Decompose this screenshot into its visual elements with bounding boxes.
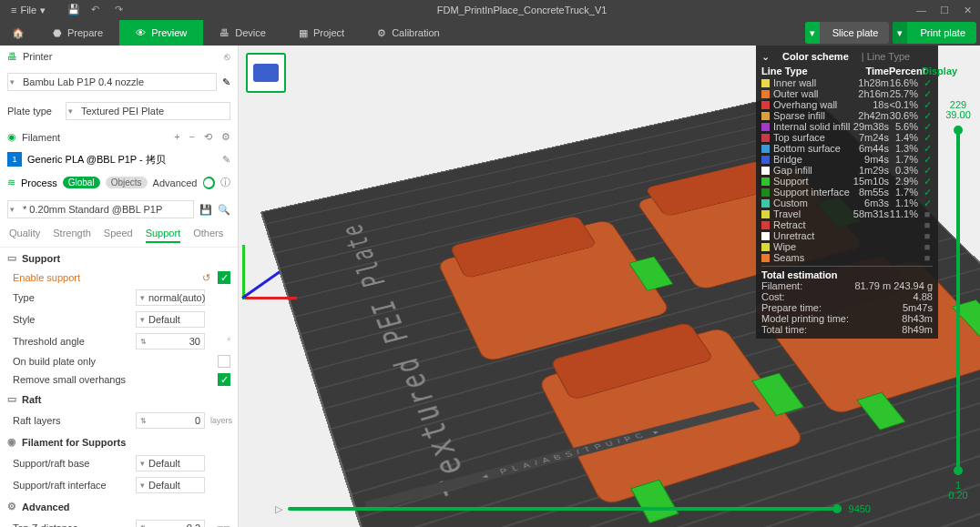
tab-device[interactable]: 🖶 Device bbox=[203, 20, 282, 46]
tab-speed[interactable]: Speed bbox=[104, 228, 133, 243]
objects-pill[interactable]: Objects bbox=[106, 177, 148, 188]
legend-row[interactable]: Internal solid infill29m38s5.6%✓ bbox=[761, 121, 933, 132]
legend-row[interactable]: Wipe■ bbox=[761, 241, 933, 252]
plate-thumbnail[interactable] bbox=[246, 53, 286, 93]
legend-row[interactable]: Overhang wall18s<0.1%✓ bbox=[761, 99, 933, 110]
removesmall-label: Remove small overhangs bbox=[13, 374, 212, 385]
filament-supports-group[interactable]: ◉Filament for Supports bbox=[0, 431, 238, 452]
supbase-label: Support/raft base bbox=[13, 458, 130, 469]
axis-y bbox=[242, 245, 245, 299]
moves-slider[interactable]: ▷ 9450 bbox=[275, 500, 871, 518]
filament-settings-icon[interactable]: ⚙ bbox=[221, 131, 230, 143]
legend-row[interactable]: Sparse infill2h42m30.6%✓ bbox=[761, 110, 933, 121]
tab-support[interactable]: Support bbox=[146, 228, 181, 243]
legend-row[interactable]: Retract■ bbox=[761, 219, 933, 230]
printer-section: 🖶 Printer ⎋ bbox=[0, 46, 238, 67]
save-icon[interactable]: 💾 bbox=[67, 4, 80, 16]
plate-type-select[interactable]: Textured PEI Plate bbox=[66, 102, 230, 120]
slice-plate-button[interactable]: ▾Slice plate bbox=[805, 22, 890, 44]
legend-row[interactable]: Bridge9m4s1.7%✓ bbox=[761, 154, 933, 165]
collapse-icon: ◉ bbox=[7, 436, 16, 448]
compare-icon[interactable]: 🔍 bbox=[218, 204, 230, 216]
tab-quality[interactable]: Quality bbox=[9, 228, 40, 243]
estimation-row: Model printing time:8h43m bbox=[761, 313, 933, 324]
sync-filament-icon[interactable]: ⟲ bbox=[204, 131, 212, 143]
advanced-group[interactable]: ⚙Advanced bbox=[0, 496, 238, 517]
info-icon[interactable]: ⓘ bbox=[220, 176, 230, 189]
style-label: Style bbox=[13, 314, 130, 325]
tab-project[interactable]: ▦ Project bbox=[282, 20, 361, 46]
raft-layers-input[interactable]: 0 bbox=[136, 412, 205, 429]
topz-input[interactable]: 0.2 bbox=[136, 520, 205, 527]
edit-icon[interactable]: ✎ bbox=[222, 76, 230, 88]
enable-support-checkbox[interactable]: ✓ bbox=[218, 271, 230, 284]
topz-label: Top Z distance bbox=[13, 522, 130, 527]
printer-select[interactable]: Bambu Lab P1P 0.4 nozzle bbox=[7, 73, 217, 91]
undo-icon[interactable]: ↶ bbox=[91, 4, 104, 16]
advanced-toggle[interactable] bbox=[203, 177, 216, 189]
print-dropdown-icon[interactable]: ▾ bbox=[893, 22, 907, 44]
supint-label: Support/raft interface bbox=[13, 480, 130, 491]
legend-row[interactable]: Inner wall1h28m16.6%✓ bbox=[761, 77, 933, 88]
total-estimation-head: Total estimation bbox=[761, 269, 933, 280]
minimize-icon[interactable]: — bbox=[916, 5, 927, 15]
3d-viewport[interactable]: Textured PEI Plate ◂ PLA/ABS/TPU/PC ▸ ⌄C… bbox=[239, 46, 980, 527]
filament-icon: ◉ bbox=[7, 131, 16, 143]
file-menu[interactable]: ≡ File ▾ bbox=[5, 3, 51, 18]
window-title: FDM_PrintInPlace_ConcreteTruck_V1 bbox=[128, 5, 916, 15]
legend-row[interactable]: Support15m10s2.9%✓ bbox=[761, 176, 933, 187]
tab-others[interactable]: Others bbox=[193, 228, 223, 243]
collapse-icon: ▭ bbox=[7, 252, 16, 264]
global-pill[interactable]: Global bbox=[63, 177, 100, 188]
home-button[interactable]: 🏠 bbox=[0, 20, 36, 46]
legend-row[interactable]: Support interface8m55s1.7%✓ bbox=[761, 187, 933, 198]
legend-row[interactable]: Seams■ bbox=[761, 252, 933, 263]
maximize-icon[interactable]: ☐ bbox=[940, 5, 951, 15]
style-select[interactable]: Default bbox=[136, 311, 205, 328]
legend-row[interactable]: Travel58m31s11.1%■ bbox=[761, 208, 933, 219]
threshold-input[interactable]: 30 bbox=[136, 333, 205, 350]
add-filament-icon[interactable]: + bbox=[174, 131, 179, 143]
raft-group[interactable]: ▭Raft bbox=[0, 389, 238, 410]
type-select[interactable]: normal(auto) bbox=[136, 289, 205, 306]
threshold-label: Threshold angle bbox=[13, 336, 130, 347]
tab-prepare[interactable]: ⬣ Prepare bbox=[36, 20, 119, 46]
legend-row[interactable]: Outer wall2h16m25.7%✓ bbox=[761, 88, 933, 99]
process-preset-select[interactable]: * 0.20mm Standard @BBL P1P bbox=[7, 200, 194, 218]
legend-row[interactable]: Bottom surface6m44s1.3%✓ bbox=[761, 143, 933, 154]
type-label: Type bbox=[13, 292, 130, 303]
tab-preview[interactable]: 👁 Preview bbox=[119, 20, 203, 46]
axis-x bbox=[242, 297, 297, 299]
reset-icon[interactable]: ↺ bbox=[202, 272, 210, 284]
buildplate-checkbox[interactable] bbox=[218, 355, 230, 368]
removesmall-checkbox[interactable]: ✓ bbox=[218, 373, 230, 386]
legend-row[interactable]: Top surface7m24s1.4%✓ bbox=[761, 132, 933, 143]
play-icon[interactable]: ▷ bbox=[275, 503, 282, 515]
filament-row[interactable]: 1 Generic PLA @BBL P1P - 拷贝 ✎ bbox=[0, 148, 238, 170]
support-group[interactable]: ▭Support bbox=[0, 248, 238, 269]
connect-icon[interactable]: ⎋ bbox=[224, 51, 230, 62]
tab-strength[interactable]: Strength bbox=[53, 228, 91, 243]
expand-icon[interactable]: ⌄ bbox=[761, 51, 770, 63]
raft-layers-label: Raft layers bbox=[13, 415, 130, 426]
remove-filament-icon[interactable]: − bbox=[189, 131, 195, 143]
slice-dropdown-icon[interactable]: ▾ bbox=[805, 22, 820, 44]
buildplate-label: On build plate only bbox=[13, 356, 212, 367]
legend-row[interactable]: Unretract■ bbox=[761, 230, 933, 241]
tab-calibration[interactable]: ⚙ Calibration bbox=[361, 20, 456, 46]
filament-edit-icon[interactable]: ✎ bbox=[222, 154, 230, 166]
supbase-select[interactable]: Default bbox=[136, 455, 205, 471]
close-icon[interactable]: ✕ bbox=[964, 5, 975, 15]
save-preset-icon[interactable]: 💾 bbox=[199, 204, 212, 216]
printer-icon: 🖶 bbox=[7, 51, 17, 62]
moves-value: 9450 bbox=[849, 503, 871, 514]
layer-slider[interactable]: 22939.00 10.20 bbox=[940, 100, 976, 501]
print-plate-button[interactable]: ▾Print plate bbox=[893, 22, 976, 44]
process-section: ≋ Process Global Objects Advanced ⓘ bbox=[0, 170, 238, 195]
legend-row[interactable]: Gap infill1m29s0.3%✓ bbox=[761, 165, 933, 176]
filament-swatch[interactable]: 1 bbox=[7, 152, 22, 167]
redo-icon[interactable]: ↷ bbox=[115, 4, 128, 16]
estimation-row: Filament:81.79 m 243.94 g bbox=[761, 280, 933, 291]
legend-row[interactable]: Custom6m3s1.1%✓ bbox=[761, 198, 933, 208]
supint-select[interactable]: Default bbox=[136, 477, 205, 493]
